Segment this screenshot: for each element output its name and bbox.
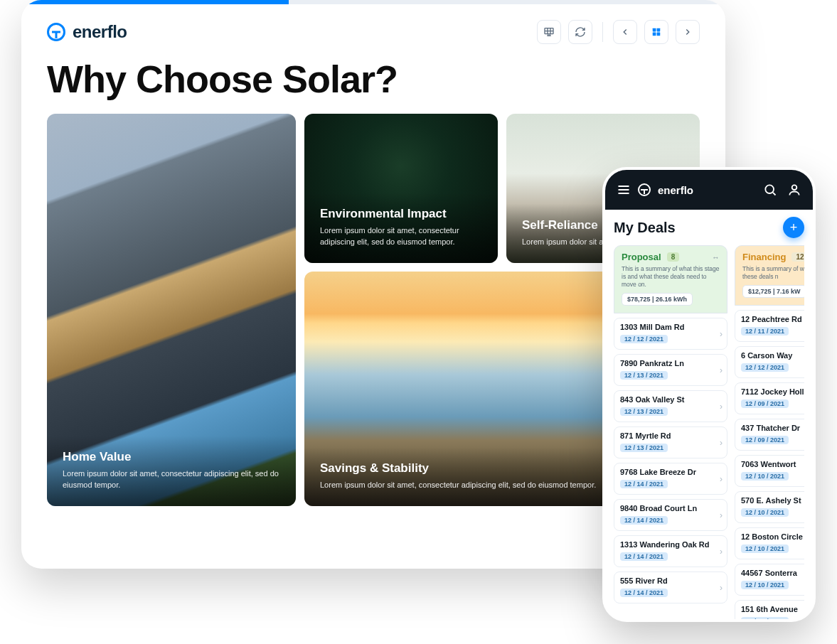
refresh-icon[interactable] (568, 20, 592, 44)
card-subtitle: Lorem ipsum dolor sit amet, consectetur … (320, 480, 619, 490)
brand-logo-icon (638, 183, 651, 196)
stage-description: This is a summary of what this stage is … (622, 265, 720, 289)
deal-address: 12 Peachtree Rd (741, 315, 804, 323)
stage-description: This is a summary of w and what these de… (742, 265, 804, 281)
deal-address: 151 6th Avenue (741, 605, 804, 613)
deal-address: 1303 Mill Dam Rd (620, 323, 721, 331)
brand: enerflo (47, 22, 127, 42)
card-title: Home Value (63, 450, 280, 464)
deal-row[interactable]: 570 E. Ashely St12 / 10 / 2021› (735, 491, 804, 523)
chevron-right-icon: › (720, 365, 723, 375)
deal-date-badge: 12 / 09 / 2021 (741, 399, 789, 408)
deal-row[interactable]: 871 Myrtle Rd12 / 13 / 2021› (614, 426, 727, 458)
deal-address: 12 Boston Circle (741, 532, 804, 541)
deal-date-badge: 12 / 13 / 2021 (620, 371, 668, 380)
deal-row[interactable]: 843 Oak Valley St12 / 13 / 2021› (614, 390, 727, 422)
deal-row[interactable]: 437 Thatcher Dr12 / 09 / 2021› (735, 419, 804, 451)
tablet-header: enerflo (21, 4, 725, 51)
deal-row[interactable]: 12 Peachtree Rd12 / 11 / 2021› (735, 310, 804, 342)
deal-row[interactable]: 44567 Sonterra12 / 10 / 2021› (735, 564, 804, 596)
brand-wordmark: enerflo (658, 184, 693, 196)
deal-row[interactable]: 7890 Pankratz Ln12 / 13 / 2021› (614, 354, 727, 386)
add-button[interactable]: + (783, 217, 804, 238)
svg-rect-1 (653, 28, 656, 32)
grid-icon[interactable] (644, 20, 668, 44)
stage-metric: $78,725 | 26.16 kWh (622, 293, 693, 306)
solar-panel-icon[interactable] (537, 20, 561, 44)
deal-address: 437 Thatcher Dr (741, 424, 804, 432)
column-header[interactable]: Proposal8↔This is a summary of what this… (614, 245, 727, 313)
chevron-right-icon: › (720, 329, 723, 339)
chevron-right-icon[interactable] (676, 20, 700, 44)
deal-date-badge: 12 / 10 / 2021 (741, 472, 789, 481)
deal-date-badge: 12 / 14 / 2021 (620, 552, 668, 561)
chevron-right-icon: › (720, 547, 723, 557)
deal-address: 7112 Jockey Holl (741, 387, 804, 396)
chevron-right-icon: › (720, 583, 723, 593)
deal-row[interactable]: 9840 Broad Court Ln12 / 14 / 2021› (614, 499, 727, 531)
card-home-value[interactable]: Home Value Lorem ipsum dolor sit amet, c… (47, 114, 296, 506)
svg-point-6 (792, 185, 797, 190)
chevron-right-icon: › (720, 402, 723, 412)
stage-metric: $12,725 | 7.16 kW (742, 285, 804, 298)
chevron-right-icon: › (720, 438, 723, 448)
svg-rect-2 (657, 28, 661, 32)
deal-row[interactable]: 9768 Lake Breeze Dr12 / 14 / 2021› (614, 463, 727, 495)
phone-header: enerflo (605, 170, 813, 210)
deal-date-badge: 12 / 10 / 2021 (741, 544, 789, 553)
deal-row[interactable]: 1303 Mill Dam Rd12 / 12 / 2021› (614, 318, 727, 350)
deal-row[interactable]: 6 Carson Way12 / 12 / 2021› (735, 346, 804, 378)
card-environmental-impact[interactable]: Environmental Impact Lorem ipsum dolor s… (304, 114, 498, 263)
column-header[interactable]: Financing12↔This is a summary of w and w… (735, 245, 804, 306)
toolbar (537, 20, 700, 44)
deal-date-badge: 12 / 09 / 2021 (741, 436, 789, 444)
deal-address: 7890 Pankratz Ln (620, 359, 721, 367)
stage-count-badge: 8 (667, 252, 680, 262)
chevron-right-icon: › (720, 510, 723, 520)
deal-address: 843 Oak Valley St (620, 395, 721, 404)
deal-address: 570 E. Ashely St (741, 496, 804, 505)
deal-date-badge: 12 / 14 / 2021 (620, 480, 668, 488)
deal-date-badge: 12 / 10 / 2021 (741, 581, 789, 589)
kanban-column-proposal: Proposal8↔This is a summary of what this… (614, 245, 727, 619)
deal-row[interactable]: 12 Boston Circle12 / 10 / 2021› (735, 527, 804, 559)
deal-address: 1313 Wandering Oak Rd (620, 540, 721, 549)
chevron-right-icon: › (720, 474, 723, 484)
brand-logo-icon (47, 23, 65, 41)
search-icon[interactable] (763, 183, 777, 197)
deal-date-badge: 12 / 12 / 2021 (741, 363, 789, 372)
deal-address: 871 Myrtle Rd (620, 431, 721, 440)
hamburger-icon[interactable] (617, 183, 631, 197)
deal-address: 9768 Lake Breeze Dr (620, 468, 721, 476)
progress-bar (21, 0, 725, 4)
deal-address: 6 Carson Way (741, 351, 804, 360)
user-icon[interactable] (787, 183, 801, 197)
deal-address: 7063 Wentwort (741, 460, 804, 468)
deal-row[interactable]: 151 6th Avenue12 / 11 / 2021› (735, 600, 804, 619)
card-subtitle: Lorem ipsum dolor sit amet, consectetur … (63, 468, 280, 490)
expand-icon[interactable]: ↔ (712, 253, 720, 262)
deal-date-badge: 12 / 10 / 2021 (741, 508, 789, 517)
deal-address: 555 River Rd (620, 576, 721, 585)
deal-row[interactable]: 1313 Wandering Oak Rd12 / 14 / 2021› (614, 535, 727, 567)
deal-row[interactable]: 555 River Rd12 / 14 / 2021› (614, 571, 727, 603)
chevron-left-icon[interactable] (613, 20, 637, 44)
deal-date-badge: 12 / 12 / 2021 (620, 335, 668, 343)
deal-date-badge: 12 / 11 / 2021 (741, 327, 789, 336)
deal-address: 44567 Sonterra (741, 569, 804, 577)
deal-date-badge: 12 / 13 / 2021 (620, 444, 668, 452)
deal-row[interactable]: 7063 Wentwort12 / 10 / 2021› (735, 455, 804, 487)
toolbar-divider (602, 22, 603, 42)
svg-rect-3 (653, 33, 656, 36)
deal-date-badge: 12 / 13 / 2021 (620, 407, 668, 416)
svg-rect-4 (657, 33, 661, 36)
kanban-columns: Proposal8↔This is a summary of what this… (614, 245, 804, 619)
deal-address: 9840 Broad Court Ln (620, 504, 721, 512)
brand-wordmark: enerflo (73, 22, 127, 42)
deal-date-badge: 12 / 14 / 2021 (620, 589, 668, 597)
deal-date-badge: 12 / 11 / 2021 (741, 617, 789, 619)
card-title: Environmental Impact (320, 207, 482, 221)
kanban-column-financing: Financing12↔This is a summary of w and w… (735, 245, 804, 619)
svg-point-5 (765, 185, 774, 193)
deal-row[interactable]: 7112 Jockey Holl12 / 09 / 2021› (735, 382, 804, 414)
